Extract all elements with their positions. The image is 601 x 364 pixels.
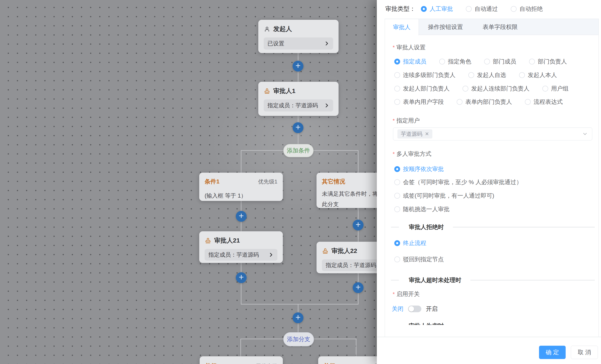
node-summary[interactable]: 已设置 — [264, 37, 333, 50]
radio-starter-multi-dept-leader[interactable]: 发起人连续部门负责人 — [462, 85, 530, 92]
node-approver21[interactable]: 审批人21 指定成员：芋道源码 — [199, 231, 283, 263]
add-node-button[interactable]: + — [353, 220, 363, 231]
tab-form-field-perms[interactable]: 表单字段权限 — [483, 19, 518, 35]
user-select-input[interactable]: 芋道源码 ✕ — [393, 128, 592, 140]
radio-random-one[interactable]: 随机挑选一人审批 — [394, 205, 450, 213]
radio-icon — [484, 59, 490, 64]
radio-designated-member[interactable]: 指定成员 — [394, 58, 426, 66]
add-node-button[interactable]: + — [236, 211, 247, 222]
tab-approver[interactable]: 审批人 — [385, 19, 419, 35]
radio-icon — [462, 86, 468, 91]
node-summary[interactable]: 指定成员：芋道源码 — [205, 249, 277, 261]
tag-remove-icon[interactable]: ✕ — [425, 131, 429, 137]
node-summary-text: 指定成员：芋道源码 — [267, 102, 318, 109]
user-tag: 芋道源码 ✕ — [397, 129, 432, 139]
node-settings-drawer: 审批类型： 人工审批 自动通过 自动拒绝 审批人 操作按钮设置 — [377, 0, 601, 364]
condition-priority: 优先级1 — [258, 178, 277, 185]
add-condition-label: 添加条件 — [287, 147, 310, 154]
radio-form-user-field[interactable]: 表单内用户字段 — [394, 98, 444, 106]
add-node-button[interactable]: + — [236, 272, 247, 283]
node-parallel2[interactable]: 并行2 无优先级 — [318, 356, 377, 364]
radio-icon — [421, 6, 427, 12]
radio-icon — [394, 86, 400, 91]
radio-icon — [394, 193, 400, 199]
radio-user-group[interactable]: 用户组 — [542, 85, 569, 92]
reject-section-title: 审批人拒绝时 — [409, 223, 444, 231]
node-approver22[interactable]: 审批人22 指定成员：芋道源码 — [317, 242, 377, 273]
stamp-icon — [205, 237, 211, 244]
chevron-right-icon — [324, 103, 330, 108]
node-start[interactable]: 发起人 已设置 — [258, 20, 339, 53]
radio-icon — [542, 86, 548, 91]
radio-process-expression[interactable]: 流程表达式 — [525, 98, 563, 106]
radio-form-dept-leader[interactable]: 表单内部门负责人 — [457, 98, 512, 106]
plus-icon: + — [296, 313, 301, 322]
radio-return-to-node[interactable]: 驳回到指定节点 — [394, 255, 444, 263]
radio-starter-self[interactable]: 发起人本人 — [519, 71, 557, 79]
radio-icon — [519, 72, 525, 78]
plus-icon: + — [239, 273, 244, 282]
node-approver1[interactable]: 审批人1 指定成员：芋道源码 — [258, 82, 339, 116]
radio-sequential[interactable]: 按顺序依次审批 — [394, 165, 444, 173]
empty-section-title: 审批人为空时 — [409, 322, 444, 325]
add-condition-button[interactable]: 添加条件 — [283, 144, 314, 157]
radio-designated-role[interactable]: 指定角色 — [439, 58, 471, 66]
connector — [240, 339, 241, 357]
node-summary[interactable]: 指定成员：芋道源码 — [264, 100, 333, 111]
confirm-button[interactable]: 确 定 — [539, 346, 566, 359]
radio-icon — [529, 59, 535, 64]
radio-icon — [466, 6, 472, 12]
add-node-button[interactable]: + — [293, 122, 303, 133]
radio-orsign[interactable]: 或签(可同时审批，有一人通过即可) — [394, 192, 494, 200]
radio-icon — [394, 59, 400, 64]
radio-icon — [511, 6, 517, 12]
plus-icon: + — [356, 283, 361, 292]
footer-divider — [377, 337, 601, 337]
radio-starter-dept-leader[interactable]: 发起人部门负责人 — [394, 85, 450, 92]
node-title: 审批人1 — [273, 87, 296, 95]
connector — [241, 150, 241, 173]
radio-terminate-process[interactable]: 终止流程 — [394, 239, 426, 247]
radio-icon — [394, 256, 400, 262]
radio-auto-pass[interactable]: 自动通过 — [466, 5, 498, 13]
radio-icon — [525, 99, 531, 105]
approver-setting-row: 表单内用户字段 表单内部门负责人 流程表达式 — [394, 98, 563, 106]
connector — [241, 304, 359, 304]
add-node-button[interactable]: + — [293, 313, 303, 323]
radio-auto-reject[interactable]: 自动拒绝 — [511, 5, 543, 13]
radio-starter-self-select[interactable]: 发起人自选 — [468, 71, 506, 79]
node-parallel1[interactable]: 并行1 无优先级 — [200, 356, 283, 364]
tabs-header: 审批人 操作按钮设置 表单字段权限 — [385, 19, 599, 35]
approval-type-label: 审批类型： — [385, 5, 415, 13]
radio-dept-leader[interactable]: 部门负责人 — [529, 58, 567, 66]
add-node-button[interactable]: + — [293, 61, 303, 71]
node-summary-text: 已设置 — [267, 40, 284, 47]
add-branch-label: 添加分支 — [287, 335, 310, 343]
approval-type-row: 审批类型： 人工审批 自动通过 自动拒绝 — [385, 3, 543, 15]
flow-canvas[interactable]: + + + + + + + 发起人 已设置 审批人1 指定成员：芋道源码 — [0, 0, 377, 364]
tab-action-buttons[interactable]: 操作按钮设置 — [428, 19, 463, 35]
chevron-right-icon — [324, 41, 330, 46]
radio-manual-approve[interactable]: 人工审批 — [421, 5, 453, 13]
node-summary[interactable]: 指定成员：芋道源码 — [322, 259, 377, 271]
add-branch-button[interactable]: 添加分支 — [283, 332, 314, 346]
radio-icon — [394, 99, 400, 105]
radio-countersign[interactable]: 会签（可同时审批，至少 % 人必须审批通过） — [394, 178, 522, 186]
radio-dept-member[interactable]: 部门成员 — [484, 58, 516, 66]
node-condition1[interactable]: 条件1 优先级1 (输入框 等于 1） — [199, 173, 283, 201]
user-tag-label: 芋道源码 — [401, 131, 422, 138]
add-node-button[interactable]: + — [353, 282, 363, 293]
radio-multi-level-dept-leader[interactable]: 连续多级部门负责人 — [394, 71, 455, 79]
approver-tab-content: 审批人设置 指定成员 指定角色 部门成员 部门负责人 连续多级部门负责人 发起人… — [385, 35, 599, 325]
switch-on-label[interactable]: 开启 — [426, 305, 438, 313]
enable-toggle[interactable] — [408, 305, 421, 312]
enable-switch-row: 关闭 开启 — [392, 305, 438, 313]
switch-off-label[interactable]: 关闭 — [392, 305, 403, 313]
node-other-condition[interactable]: 其它情况 优先级 未满足其它条件时，将进入此分支 — [317, 173, 377, 208]
radio-icon — [457, 99, 462, 105]
cancel-button[interactable]: 取 消 — [571, 346, 598, 359]
connector — [241, 262, 241, 304]
connector — [358, 150, 359, 173]
parallel-title: 并行2 — [324, 362, 339, 364]
radio-icon — [394, 179, 400, 185]
